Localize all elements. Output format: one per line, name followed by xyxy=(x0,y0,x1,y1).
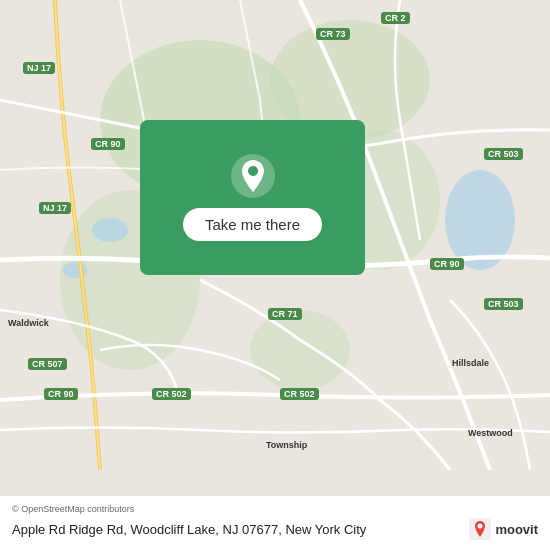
moovit-logo: moovit xyxy=(469,518,538,540)
badge-cr502b: CR 502 xyxy=(280,388,319,400)
label-westwood: Westwood xyxy=(468,428,513,438)
badge-cr503a: CR 503 xyxy=(484,148,523,160)
badge-cr73: CR 73 xyxy=(316,28,350,40)
map-card: Take me there xyxy=(140,120,365,275)
badge-cr507: CR 507 xyxy=(28,358,67,370)
badge-nj17b: NJ 17 xyxy=(39,202,71,214)
badge-cr90a: CR 90 xyxy=(91,138,125,150)
svg-point-4 xyxy=(250,310,350,390)
bottom-bar: © OpenStreetMap contributors Apple Rd Ri… xyxy=(0,496,550,550)
label-township: Township xyxy=(266,440,307,450)
badge-cr2: CR 2 xyxy=(381,12,410,24)
badge-cr90b: CR 90 xyxy=(430,258,464,270)
badge-cr503b: CR 503 xyxy=(484,298,523,310)
svg-point-9 xyxy=(248,166,258,176)
label-waldwick: Waldwick xyxy=(8,318,49,328)
badge-nj17a: NJ 17 xyxy=(23,62,55,74)
svg-point-6 xyxy=(92,218,128,242)
moovit-text: moovit xyxy=(495,522,538,537)
label-hillsdale: Hillsdale xyxy=(452,358,489,368)
take-me-there-button[interactable]: Take me there xyxy=(183,208,322,241)
address-row: Apple Rd Ridge Rd, Woodcliff Lake, NJ 07… xyxy=(12,518,538,540)
moovit-icon xyxy=(469,518,491,540)
badge-cr71: CR 71 xyxy=(268,308,302,320)
address-text: Apple Rd Ridge Rd, Woodcliff Lake, NJ 07… xyxy=(12,522,469,537)
badge-cr502a: CR 502 xyxy=(152,388,191,400)
badge-cr90c: CR 90 xyxy=(44,388,78,400)
svg-point-11 xyxy=(478,524,483,529)
attribution-text: © OpenStreetMap contributors xyxy=(12,504,538,514)
location-pin-icon xyxy=(231,154,275,198)
map-container: CR 2 CR 73 NJ 17 CR 90 NJ 17 CR 503 CR 9… xyxy=(0,0,550,550)
